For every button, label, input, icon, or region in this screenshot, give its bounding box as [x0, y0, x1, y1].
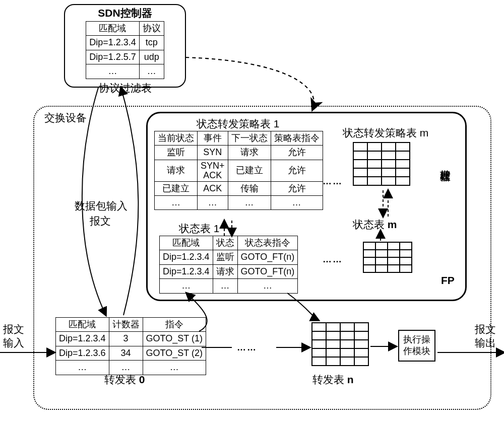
in-label: 报文输入 [3, 322, 24, 350]
exec-module: 执行操作模块 [398, 330, 435, 362]
ftn-label: 转发表 n [312, 373, 354, 387]
forward-table-n-grid [311, 322, 369, 366]
col-proto: 协议 [139, 22, 164, 36]
table-row: 匹配域 计数器 指令 [56, 318, 206, 332]
ft0-label: 转发表 0 [104, 373, 145, 387]
policy-table-m-grid [353, 142, 410, 186]
state-table-1-title: 状态表 1 [179, 222, 220, 236]
inter-dots-state: …… [323, 254, 343, 265]
table-row: 匹配域 协议 [86, 22, 164, 36]
sdn-controller: SDN控制器 匹配域 协议 Dip=1.2.3.4 tcp Dip=1.2.5.… [64, 4, 186, 88]
table-row: Dip=1.2.3.6 34 GOTO_ST (2) [56, 346, 206, 360]
table-row: … … … [160, 279, 298, 293]
sdn-protocol-filter-table: 匹配域 协议 Dip=1.2.3.4 tcp Dip=1.2.5.7 udp …… [86, 21, 164, 79]
table-row: Dip=1.2.3.4 请求 GOTO_FT(n) [160, 264, 298, 278]
policy-m-label: 状态转发策略表 m [343, 126, 428, 140]
table-row: Dip=1.2.3.4 tcp [86, 36, 164, 50]
table-row: … … … … [155, 195, 323, 209]
table-row: 已建立 ACK 传输 允许 [155, 181, 323, 195]
inter-dots-lower: …… [237, 342, 257, 353]
sdn-title: SDN控制器 [65, 6, 185, 20]
table-row: 当前状态 事件 下一状态 策略表指令 [155, 131, 323, 146]
table-row: Dip=1.2.3.4 监听 GOTO_FT(n) [160, 250, 298, 264]
state-table-1: 匹配域 状态 状态表指令 Dip=1.2.3.4 监听 GOTO_FT(n) D… [159, 236, 298, 294]
table-row: 监听 SYN 请求 允许 [155, 146, 323, 160]
packet-input-label1: 数据包输入 [75, 199, 128, 213]
fp-policy-title: 状态转发策略表 1 [197, 117, 280, 131]
table-row: Dip=1.2.5.7 udp [86, 50, 164, 64]
table-row: 匹配域 状态 状态表指令 [160, 236, 298, 250]
fp-side-code: FP [441, 274, 455, 287]
switch-label: 交换设备 [44, 111, 87, 125]
out-label: 报文输出 [475, 322, 496, 350]
fp-side-label: 转发处理器 [438, 161, 453, 164]
state-policy-table-1: 当前状态 事件 下一状态 策略表指令 监听 SYN 请求 允许 请求 SYN+A… [154, 131, 323, 210]
inter-dots-policy: …… [323, 176, 343, 187]
sdn-filter-label: 协议过滤表 [65, 81, 185, 95]
table-row: … … [86, 64, 164, 79]
forward-table-0: 匹配域 计数器 指令 Dip=1.2.3.4 3 GOTO_ST (1) Dip… [55, 317, 206, 375]
col-match: 匹配域 [86, 22, 140, 36]
table-row: Dip=1.2.3.4 3 GOTO_ST (1) [56, 332, 206, 346]
table-row: 请求 SYN+ACK 已建立 允许 [155, 160, 323, 181]
state-m-label: 状态表 m [353, 218, 397, 232]
state-table-m-grid [363, 242, 412, 273]
packet-input-label2: 报文 [90, 214, 111, 228]
